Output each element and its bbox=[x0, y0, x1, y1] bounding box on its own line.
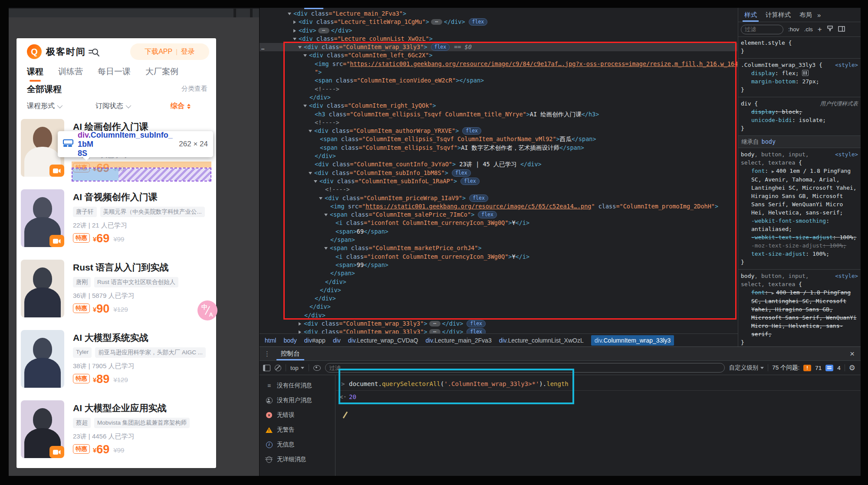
rule-origin[interactable]: <style> bbox=[835, 150, 858, 158]
brand-title[interactable]: 极客时间 bbox=[46, 46, 86, 58]
browser-tab[interactable] bbox=[9, 9, 233, 17]
new-style-rule-button[interactable]: + bbox=[818, 25, 822, 34]
filter-综合[interactable]: 综合 bbox=[171, 102, 191, 111]
browser-tab[interactable] bbox=[253, 9, 259, 17]
expand-arrow-icon[interactable] bbox=[298, 46, 302, 49]
flex-editor-icon[interactable] bbox=[802, 70, 809, 76]
tree-line[interactable]: </div> bbox=[260, 93, 737, 102]
tab-课程[interactable]: 课程 bbox=[27, 66, 43, 77]
tree-line[interactable]: <i class="iconfont ColumnItem_currencyIc… bbox=[260, 253, 737, 261]
tree-line[interactable]: </span> bbox=[260, 269, 737, 277]
tab-训练营[interactable]: 训练营 bbox=[58, 66, 83, 77]
tree-line[interactable]: </span> bbox=[260, 236, 737, 244]
css-property[interactable]: unicode-bidi: isolate; bbox=[741, 116, 858, 124]
breadcrumb-item[interactable]: div bbox=[333, 337, 341, 344]
rule-origin[interactable]: <style> bbox=[835, 272, 858, 280]
tree-line[interactable]: <div class="ColumnItem_wrap_33ly3">flex=… bbox=[260, 43, 737, 51]
css-property[interactable]: font: ▶400 1em / 1.8 PingFang SC, Avenir… bbox=[741, 167, 858, 217]
tree-row-menu-icon[interactable]: ⋯ bbox=[261, 46, 268, 52]
tree-line[interactable]: <!----> bbox=[260, 119, 737, 127]
tree-line[interactable]: <div class="ColumnItem_wrap_33ly3">⋯</di… bbox=[260, 328, 737, 333]
expand-ellipsis-button[interactable]: ⋯ bbox=[429, 329, 441, 333]
collapse-arrow-icon[interactable] bbox=[299, 330, 301, 333]
translate-float-button[interactable]: 中 A bbox=[197, 300, 217, 320]
tree-line[interactable]: <div class="ColumnItem_priceWrap_1IaV9">… bbox=[260, 194, 737, 202]
expand-arrow-icon[interactable] bbox=[293, 38, 296, 40]
css-property[interactable]: font: ▶400 1em / 1.8 PingFang SC, Lantin… bbox=[741, 288, 858, 338]
tab-样式[interactable]: 样式 bbox=[740, 8, 761, 22]
tree-line[interactable]: <i class="iconfont ColumnItem_currencyIc… bbox=[260, 219, 737, 227]
collapse-arrow-icon[interactable] bbox=[293, 20, 296, 24]
expand-ellipsis-button[interactable]: ⋯ bbox=[318, 28, 329, 33]
hover-state-button[interactable]: :hov bbox=[788, 26, 799, 33]
console-sidebar-item[interactable]: ≡没有任何消息 bbox=[260, 378, 335, 393]
tab-大厂案例[interactable]: 大厂案例 bbox=[145, 66, 178, 77]
course-card[interactable]: AI 音视频创作入门课唐子轩美顺元界（中央美院数字科技产业公...22讲 | 2… bbox=[21, 189, 212, 260]
course-card[interactable]: AI 大模型系统实战Tyler前亚马逊应用科学家，头部大厂 AIGC ...38… bbox=[21, 330, 212, 400]
course-card[interactable]: Rust 语言从入门到实战唐刚Rust 语言中文社区联合创始人36讲 | 587… bbox=[21, 260, 212, 330]
tree-line[interactable]: <div class="ColumnItem_countInfo_3vYaO">… bbox=[260, 160, 737, 168]
expand-arrow-icon[interactable] bbox=[309, 130, 312, 132]
tab-每日一课[interactable]: 每日一课 bbox=[98, 66, 131, 77]
console-sidebar-item[interactable]: ×无错误 bbox=[260, 408, 335, 422]
tree-line[interactable]: <h3 class="ColumnItem_ellipsis_Tsqvf Col… bbox=[260, 110, 737, 119]
tree-line[interactable]: </div> bbox=[260, 278, 737, 286]
console-filter-input[interactable] bbox=[325, 363, 725, 373]
breadcrumb-item[interactable]: div.Lecture_wrap_CVDaQ bbox=[348, 337, 418, 344]
expand-ellipsis-button[interactable]: ⋯ bbox=[429, 321, 441, 327]
console-sidebar-toggle-icon[interactable] bbox=[263, 365, 270, 371]
expand-arrow-icon[interactable] bbox=[319, 197, 322, 200]
css-property[interactable]: display: flex; bbox=[741, 69, 858, 77]
css-property[interactable]: display: block; bbox=[741, 108, 858, 116]
tree-line[interactable]: <div class="ColumnItem_subInfoL_1RaAP">f… bbox=[260, 177, 737, 185]
flex-badge[interactable]: flex bbox=[462, 127, 481, 135]
geekbang-logo-icon[interactable]: Q bbox=[27, 44, 42, 59]
log-level-select[interactable]: 自定义级别 bbox=[729, 364, 764, 372]
breadcrumb-item[interactable]: div.Lecture_columnList_XwOzL bbox=[499, 337, 584, 344]
tree-line[interactable]: <span class="ColumnItem_ellipsis_Tsqvf">… bbox=[260, 144, 737, 152]
tree-line[interactable]: <span>99</span> bbox=[260, 261, 737, 269]
class-toggle-button[interactable]: .cls bbox=[804, 26, 813, 33]
gear-icon[interactable]: ⚙ bbox=[849, 363, 855, 373]
tree-line[interactable]: <div class="ColumnItem_left_6Gc2X"> bbox=[260, 51, 737, 59]
tree-line[interactable]: "> bbox=[260, 68, 737, 76]
expand-arrow-icon[interactable] bbox=[314, 180, 317, 183]
live-expression-icon[interactable] bbox=[313, 365, 321, 371]
css-property[interactable]: -webkit-text-size-adjust: 100%; bbox=[741, 233, 858, 241]
tree-line[interactable]: <div class="Lecture_columnList_XwOzL"> bbox=[260, 35, 737, 43]
tree-line[interactable]: <span class="ColumnItem_ellipsis_Tsqvf C… bbox=[260, 135, 737, 143]
flex-badge[interactable]: flex bbox=[467, 328, 486, 333]
issues-message-icon[interactable] bbox=[825, 365, 833, 371]
tree-line[interactable]: <div class="ColumnItem_subInfo_1bM8S">fl… bbox=[260, 169, 737, 177]
search-icon[interactable] bbox=[89, 47, 100, 58]
flex-badge[interactable]: flex bbox=[452, 169, 471, 177]
breadcrumb-item[interactable]: div.Lecture_main_2Fva3 bbox=[425, 337, 491, 344]
expand-arrow-icon[interactable] bbox=[309, 172, 312, 175]
tree-line[interactable]: <!----> bbox=[260, 85, 737, 93]
tree-line[interactable]: </div> bbox=[260, 294, 737, 303]
rule-origin[interactable]: <style> bbox=[835, 61, 858, 69]
tree-line[interactable]: </div> bbox=[260, 286, 737, 294]
console-sidebar-item[interactable]: 无详细消息 bbox=[260, 452, 335, 467]
tree-line[interactable]: <!----> bbox=[260, 185, 737, 194]
tree-line[interactable]: </div> bbox=[260, 152, 737, 160]
flex-badge[interactable]: flex bbox=[478, 211, 497, 218]
tree-line[interactable]: <span>69</span> bbox=[260, 228, 737, 236]
tab-计算样式[interactable]: 计算样式 bbox=[761, 8, 795, 22]
course-title[interactable]: AI 大模型企业应用实战 bbox=[73, 402, 167, 414]
issues-error-icon[interactable]: ! bbox=[803, 365, 811, 371]
tree-line[interactable]: </div> bbox=[260, 311, 737, 320]
tree-line[interactable]: <div class="ColumnItem_right_1yQOk"> bbox=[260, 102, 737, 110]
tree-line[interactable]: <span class="ColumnItem_iconVideo_eW2cR"… bbox=[260, 76, 737, 85]
category-view-link[interactable]: 分类查看 bbox=[181, 85, 207, 93]
css-property[interactable]: text-size-adjust: 100%; bbox=[741, 250, 858, 258]
expand-arrow-icon[interactable] bbox=[303, 105, 307, 107]
breadcrumb-item[interactable]: div.ColumnItem_wrap_33ly3 bbox=[591, 335, 674, 346]
breadcrumb-item[interactable]: body bbox=[283, 337, 296, 344]
expand-arrow-icon[interactable] bbox=[303, 54, 307, 57]
tree-line[interactable]: <span class="ColumnItem_marketPrice_orhJ… bbox=[260, 244, 737, 252]
flex-badge[interactable]: flex bbox=[467, 320, 486, 327]
flex-badge[interactable]: flex bbox=[469, 18, 488, 26]
css-property[interactable]: margin-bottom: 27px; bbox=[741, 77, 858, 86]
more-tabs-icon[interactable]: » bbox=[817, 11, 821, 19]
